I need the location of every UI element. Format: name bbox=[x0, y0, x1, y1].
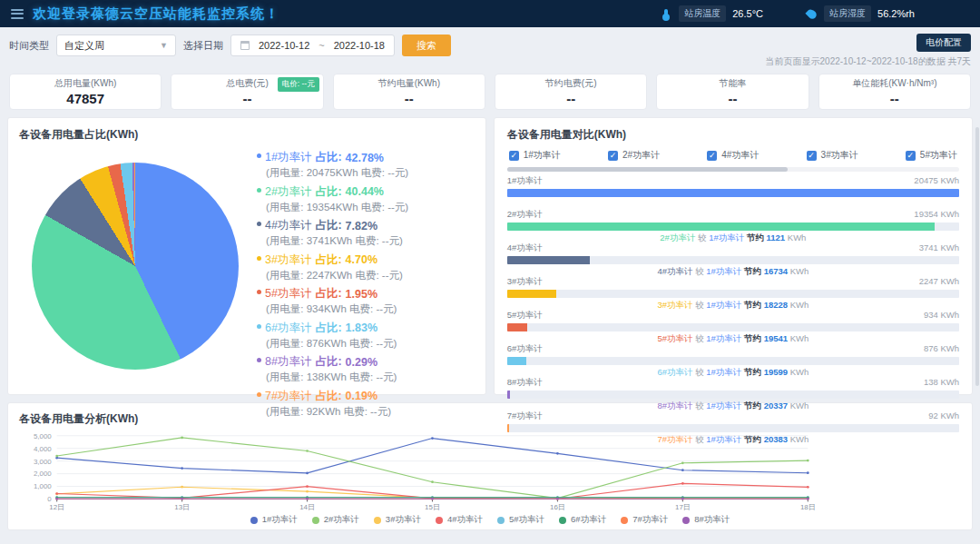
time-type-selected-value: 自定义周 bbox=[64, 39, 104, 53]
device-usage-pie-chart[interactable] bbox=[32, 163, 239, 370]
stat-card-label: 总电费(元) bbox=[226, 77, 269, 90]
device-checkbox[interactable]: ✓4#功率计 bbox=[707, 149, 759, 162]
stat-card-5: 单位能耗(KW·h/Nm³)-- bbox=[818, 74, 971, 110]
filter-bar: 时间类型 自定义周 ▼ 选择日期 2022-10-12 ~ 2022-10-18… bbox=[9, 34, 971, 70]
pie-legend-entry[interactable]: 2#功率计占比:40.44%(用电量: 19354KWh 电费: --元) bbox=[257, 184, 475, 214]
page-scrollbar[interactable] bbox=[975, 127, 979, 386]
bar-track bbox=[507, 223, 959, 231]
legend-ratio-word: 占比: bbox=[315, 321, 341, 336]
line-legend-item[interactable]: 7#功率计 bbox=[621, 514, 668, 526]
top-navbar: 欢迎登录葆德云空压站能耗监控系统！ 站房温度 26.5°C 站房湿度 56.2%… bbox=[0, 0, 980, 27]
date-end-value[interactable]: 2022-10-18 bbox=[334, 40, 385, 51]
bar-row[interactable]: 4#功率计3741 KWh4#功率计 较 1#功率计 节约 16734 KWh bbox=[507, 242, 959, 276]
bar-device-name: 1#功率计 bbox=[507, 175, 543, 187]
date-separator: ~ bbox=[318, 40, 324, 51]
checkbox-checked-icon[interactable]: ✓ bbox=[807, 151, 817, 161]
legend-detail: (用电量: 3741KWh 电费: --元) bbox=[257, 234, 475, 248]
device-usage-line-chart[interactable]: 01,0002,0003,0004,0005,00012日13日14日15日16… bbox=[19, 429, 961, 513]
device-checkbox[interactable]: ✓3#功率计 bbox=[807, 149, 858, 162]
bar-row[interactable]: 2#功率计19354 KWh2#功率计 较 1#功率计 节约 1121 KWh bbox=[507, 209, 959, 242]
bar-track bbox=[507, 357, 959, 365]
legend-dot bbox=[497, 517, 505, 524]
horizontal-scrollbar-thumb[interactable] bbox=[507, 167, 788, 172]
legend-detail: (用电量: 934KWh 电费: --元) bbox=[257, 302, 475, 316]
bar-fill bbox=[507, 391, 510, 399]
bar-row[interactable]: 5#功率计934 KWh5#功率计 较 1#功率计 节约 19541 KWh bbox=[507, 310, 959, 343]
bar-value-label: 876 KWh bbox=[924, 343, 959, 355]
legend-label: 7#功率计 bbox=[632, 514, 668, 526]
legend-label: 8#功率计 bbox=[694, 514, 730, 526]
line-legend-item[interactable]: 1#功率计 bbox=[250, 514, 298, 526]
line-legend-item[interactable]: 8#功率计 bbox=[682, 514, 730, 526]
legend-detail: (用电量: 876KWh 电费: --元) bbox=[257, 337, 475, 351]
legend-percent: 42.78% bbox=[346, 152, 384, 164]
station-humidity: 站房湿度 56.2%rh bbox=[805, 5, 915, 22]
legend-percent: 1.95% bbox=[346, 288, 377, 301]
bar-row[interactable]: 3#功率计2247 KWh3#功率计 较 1#功率计 节约 18228 KWh bbox=[507, 276, 959, 310]
time-type-select[interactable]: 自定义周 ▼ bbox=[56, 35, 176, 56]
legend-dot bbox=[374, 517, 381, 524]
pie-legend-entry[interactable]: 8#功率计占比:0.29%(用电量: 138KWh 电费: --元) bbox=[257, 354, 475, 384]
bar-saving-note bbox=[507, 199, 959, 209]
legend-dot bbox=[250, 517, 258, 524]
legend-ratio-word: 占比: bbox=[315, 252, 341, 268]
legend-device-name: 7#功率计 bbox=[265, 389, 311, 404]
bar-fill bbox=[507, 256, 590, 264]
stats-cards-row: 总用电量(KWh)47857总电费(元)--电价: --元节约电量(KWh)--… bbox=[9, 74, 971, 110]
bar-row[interactable]: 6#功率计876 KWh6#功率计 较 1#功率计 节约 19599 KWh bbox=[507, 343, 959, 377]
checkbox-checked-icon[interactable]: ✓ bbox=[906, 151, 916, 161]
svg-text:1,000: 1,000 bbox=[34, 483, 52, 491]
legend-label: 4#功率计 bbox=[447, 514, 483, 526]
checkbox-label: 3#功率计 bbox=[821, 149, 858, 162]
bar-track bbox=[507, 323, 959, 331]
line-legend-item[interactable]: 6#功率计 bbox=[559, 514, 606, 526]
device-checkbox[interactable]: ✓2#功率计 bbox=[608, 149, 660, 162]
legend-ratio-word: 占比: bbox=[315, 150, 341, 165]
device-checkbox[interactable]: ✓1#功率计 bbox=[509, 149, 561, 162]
stat-card-value: -- bbox=[728, 91, 737, 106]
pie-legend-entry[interactable]: 4#功率计占比:7.82%(用电量: 3741KWh 电费: --元) bbox=[257, 218, 475, 248]
pie-legend-entry[interactable]: 6#功率计占比:1.83%(用电量: 876KWh 电费: --元) bbox=[257, 321, 475, 351]
pie-legend-entry[interactable]: 1#功率计占比:42.78%(用电量: 20475KWh 电费: --元) bbox=[257, 150, 475, 180]
checkbox-checked-icon[interactable]: ✓ bbox=[509, 151, 519, 161]
horizontal-scrollbar[interactable] bbox=[507, 167, 959, 172]
electricity-price-badge: 电价: --元 bbox=[278, 77, 319, 92]
stat-card-4: 节能率-- bbox=[656, 74, 808, 110]
legend-device-name: 2#功率计 bbox=[265, 184, 311, 200]
date-range-picker[interactable]: 2022-10-12 ~ 2022-10-18 bbox=[230, 35, 395, 56]
bar-device-name: 3#功率计 bbox=[507, 276, 543, 288]
pie-legend-entry[interactable]: 3#功率计占比:4.70%(用电量: 2247KWh 电费: --元) bbox=[257, 252, 475, 282]
legend-dot bbox=[257, 290, 261, 294]
line-legend-item[interactable]: 5#功率计 bbox=[497, 514, 544, 526]
bar-fill bbox=[507, 290, 557, 298]
bar-saving-note: 6#功率计 较 1#功率计 节约 19599 KWh bbox=[507, 367, 959, 377]
humidity-drop-icon bbox=[805, 7, 818, 20]
price-config-button[interactable]: 电价配置 bbox=[916, 34, 971, 52]
bar-panel-title: 各设备用电量对比(KWh) bbox=[507, 127, 959, 143]
legend-dot bbox=[436, 517, 443, 524]
search-button[interactable]: 搜索 bbox=[402, 35, 451, 56]
menu-icon[interactable] bbox=[11, 9, 24, 19]
svg-text:16日: 16日 bbox=[550, 503, 565, 511]
legend-dot bbox=[257, 358, 261, 362]
svg-text:15日: 15日 bbox=[425, 503, 440, 511]
bar-track bbox=[507, 256, 959, 264]
svg-text:4,000: 4,000 bbox=[34, 445, 52, 453]
bar-value-label: 138 KWh bbox=[924, 377, 959, 389]
date-start-value[interactable]: 2022-10-12 bbox=[259, 40, 309, 51]
checkbox-checked-icon[interactable]: ✓ bbox=[707, 151, 717, 161]
legend-device-name: 1#功率计 bbox=[265, 150, 311, 165]
bar-row[interactable]: 1#功率计20475 KWh bbox=[507, 175, 959, 209]
stat-card-label: 总用电量(KWh) bbox=[54, 77, 116, 90]
legend-dot bbox=[559, 517, 566, 524]
bar-row[interactable]: 8#功率计138 KWh8#功率计 较 1#功率计 节约 20337 KWh bbox=[507, 377, 959, 410]
line-legend-item[interactable]: 2#功率计 bbox=[312, 514, 359, 526]
device-checkbox[interactable]: ✓5#功率计 bbox=[906, 149, 957, 162]
pie-legend-entry[interactable]: 5#功率计占比:1.95%(用电量: 934KWh 电费: --元) bbox=[257, 286, 475, 316]
legend-device-name: 4#功率计 bbox=[265, 218, 311, 233]
line-legend-item[interactable]: 4#功率计 bbox=[436, 514, 483, 526]
checkbox-checked-icon[interactable]: ✓ bbox=[608, 151, 618, 161]
bar-saving-note: 2#功率计 较 1#功率计 节约 1121 KWh bbox=[507, 232, 959, 242]
navbar-status-group: 站房温度 26.5°C 站房湿度 56.2%rh bbox=[660, 5, 969, 22]
line-legend-item[interactable]: 3#功率计 bbox=[374, 514, 421, 526]
